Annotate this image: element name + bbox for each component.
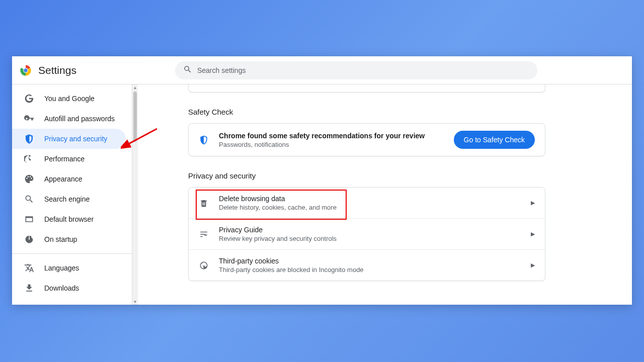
- search-box[interactable]: [175, 61, 537, 79]
- safety-check-title: Chrome found some safety recommendations…: [219, 132, 444, 140]
- shield-icon: [199, 135, 209, 145]
- sidebar-item-label: Privacy and security: [44, 135, 107, 143]
- svg-point-2: [24, 68, 27, 72]
- google-g-icon: [24, 94, 34, 104]
- row-title: Third-party cookies: [219, 257, 521, 265]
- key-icon: [24, 114, 34, 124]
- section-heading-privacy: Privacy and security: [188, 171, 545, 180]
- speedometer-icon: [24, 154, 34, 164]
- sidebar-item-you-and-google[interactable]: You and Google: [12, 88, 126, 109]
- safety-check-row: Chrome found some safety recommendations…: [189, 124, 545, 156]
- translate-icon: [24, 263, 34, 273]
- palette-icon: [24, 174, 34, 184]
- sidebar-item-label: You and Google: [44, 95, 95, 103]
- safety-check-text: Chrome found some safety recommendations…: [219, 132, 444, 148]
- topbar: Settings: [12, 56, 632, 84]
- download-icon: [24, 283, 34, 293]
- sidebar-item-autofill[interactable]: Autofill and passwords: [12, 109, 126, 129]
- sidebar-item-languages[interactable]: Languages: [12, 258, 126, 278]
- browser-icon: [24, 214, 34, 224]
- tune-icon: [199, 229, 209, 239]
- sidebar-item-performance[interactable]: Performance: [12, 149, 126, 169]
- sidebar-item-search-engine[interactable]: Search engine: [12, 189, 126, 209]
- content-area: Safety Check Chrome found some safety re…: [138, 84, 632, 305]
- settings-window: Settings You and Google: [12, 56, 632, 305]
- body: You and Google Autofill and passwords Pr…: [12, 84, 632, 305]
- search-input[interactable]: [197, 66, 529, 74]
- sidebar-item-label: Languages: [44, 264, 79, 272]
- partial-card-above: [188, 84, 545, 93]
- sidebar-item-appearance[interactable]: Appearance: [12, 169, 126, 189]
- cookie-icon: [199, 260, 209, 270]
- sidebar: You and Google Autofill and passwords Pr…: [12, 84, 138, 305]
- logo-title: Settings: [20, 64, 76, 76]
- sidebar-scrollbar[interactable]: ▲ ▼: [132, 84, 138, 305]
- privacy-card: Delete browsing data Delete history, coo…: [188, 187, 545, 281]
- search-icon: [183, 65, 192, 76]
- section-heading-safety-check: Safety Check: [188, 108, 545, 116]
- sidebar-item-label: Search engine: [44, 195, 90, 203]
- go-to-safety-check-button[interactable]: Go to Safety Check: [454, 131, 535, 149]
- row-third-party-cookies[interactable]: Third-party cookies Third-party cookies …: [189, 249, 545, 281]
- row-delete-browsing-data[interactable]: Delete browsing data Delete history, coo…: [189, 188, 545, 218]
- sidebar-divider: [12, 253, 132, 254]
- chrome-logo-icon: [20, 65, 31, 76]
- safety-check-subtitle: Passwords, notifications: [219, 141, 444, 148]
- row-subtitle: Review key privacy and security controls: [219, 235, 521, 242]
- shield-icon: [24, 134, 34, 144]
- sidebar-item-label: Downloads: [44, 284, 79, 292]
- safety-check-card: Chrome found some safety recommendations…: [188, 123, 545, 156]
- row-subtitle: Third-party cookies are blocked in Incog…: [219, 266, 521, 274]
- sidebar-item-label: Default browser: [44, 215, 94, 223]
- scroll-up-icon[interactable]: ▲: [132, 84, 138, 90]
- sidebar-item-label: Autofill and passwords: [44, 115, 115, 123]
- app-title: Settings: [38, 64, 76, 76]
- row-subtitle: Delete history, cookies, cache, and more: [219, 204, 521, 211]
- search-icon: [24, 194, 34, 204]
- trash-icon: [199, 198, 209, 208]
- sidebar-item-privacy[interactable]: Privacy and security: [12, 129, 126, 149]
- sidebar-item-on-startup[interactable]: On startup: [12, 229, 126, 249]
- chevron-right-icon: ▶: [531, 262, 535, 268]
- chevron-right-icon: ▶: [531, 231, 535, 237]
- search-wrap: [89, 61, 624, 79]
- scroll-down-icon[interactable]: ▼: [132, 299, 138, 305]
- sidebar-item-label: Performance: [44, 155, 85, 163]
- sidebar-item-label: Appearance: [44, 175, 83, 183]
- row-title: Delete browsing data: [219, 195, 521, 203]
- row-privacy-guide[interactable]: Privacy Guide Review key privacy and sec…: [189, 218, 545, 249]
- scroll-thumb[interactable]: [133, 92, 137, 142]
- power-icon: [24, 234, 34, 244]
- sidebar-item-label: On startup: [44, 235, 77, 243]
- sidebar-item-default-browser[interactable]: Default browser: [12, 209, 126, 229]
- sidebar-item-downloads[interactable]: Downloads: [12, 278, 126, 298]
- row-title: Privacy Guide: [219, 226, 521, 234]
- chevron-right-icon: ▶: [531, 200, 535, 206]
